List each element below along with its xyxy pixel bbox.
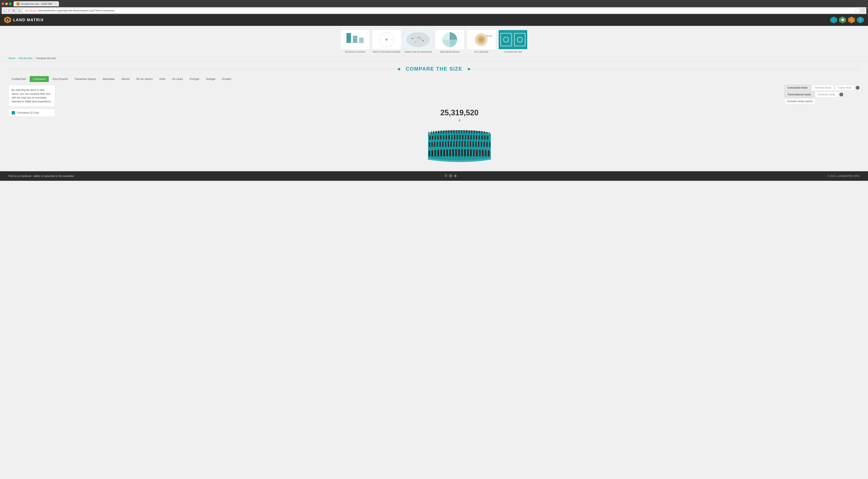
svg-rect-53 [466,130,467,133]
exclude-media-btn[interactable]: Exclude media reports [785,98,815,104]
tab-football-field[interactable]: Football field [8,76,29,82]
svg-rect-125 [479,150,480,156]
svg-rect-118 [458,149,460,156]
svg-rect-64 [432,136,433,140]
tab-nairobi[interactable]: Nairobi [118,76,133,82]
browser-tab[interactable]: Compare the size - LAND MAT ✕ [13,1,59,6]
footer-twitter-link[interactable]: twitter [33,175,40,178]
tab-favicon [17,2,20,5]
gallery-item-web[interactable]: Web of transnational deals [372,30,401,53]
svg-rect-57 [476,130,477,133]
svg-rect-122 [470,149,472,156]
reload-button[interactable]: ↻ [12,8,16,13]
gallery-item-compare[interactable]: Compare the size [499,30,527,53]
svg-rect-68 [443,135,444,140]
edit-icon[interactable]: ✏️ [848,17,855,23]
help-icon[interactable]: ? [857,17,864,23]
tab-close-button[interactable]: ✕ [54,3,56,5]
tab-tiananmen-square[interactable]: Tiananmen Square [71,76,99,82]
footer-facebook-link[interactable]: facebook [21,175,31,178]
svg-rect-99 [467,141,468,147]
svg-rect-40 [433,131,434,133]
svg-point-13 [385,38,388,41]
tab-rio-de-janeiro[interactable]: Rio de Janeiro [133,76,156,82]
svg-rect-114 [446,149,448,156]
gallery-thumb-web [372,30,401,49]
svg-rect-81 [479,135,480,140]
breadcrumb-home[interactable]: Home [8,57,15,60]
svg-rect-5 [359,37,364,43]
minimize-button[interactable] [5,3,8,5]
footer-subscribe-link[interactable]: subscribe to the newsletter [44,175,74,178]
svg-rect-111 [437,150,439,156]
svg-rect-66 [437,135,439,140]
colosseum-svg [426,127,493,165]
footer-copyright: © 2018, LANDMATRIX.ORG [827,175,860,178]
svg-rect-84 [487,136,488,140]
tab-giza-pyramid[interactable]: Giza Pyramid [49,76,71,82]
svg-rect-88 [437,142,438,147]
intended-deals-btn[interactable]: Intended deals [812,85,834,90]
title-line-right [473,69,860,69]
url-text: www.landmatrix.org/en/get-the-idea/compa… [38,9,115,12]
svg-rect-49 [456,130,457,133]
svg-rect-102 [475,141,476,147]
close-button[interactable] [2,3,4,5]
back-button[interactable]: ‹ [3,8,6,13]
fullscreen-button[interactable] [9,3,11,5]
colosseum-illustration [426,127,493,165]
visual-area: 25,319,520 x [426,106,493,167]
filter-section: Concluded deals Intended deals Failed de… [785,85,860,104]
tab-bar: Compare the size - LAND MAT ✕ [2,1,866,6]
header-icons: 🌐 💬 ✏️ ? [830,17,864,23]
svg-rect-38 [429,132,429,133]
prev-arrow[interactable]: ◀ [397,66,400,71]
address-bar[interactable]: Not Secure www.landmatrix.org/en/get-the… [22,8,860,13]
breadcrumb: Home › Get the idea › Compare the size [0,55,868,62]
gallery-item-map[interactable]: Global map of investments [404,30,433,53]
chat-icon[interactable]: 💬 [839,17,846,23]
tab-portugal[interactable]: Portugal [186,76,203,82]
logo-text: LAND MATRIX [13,18,44,22]
tab-senegal[interactable]: Senegal [203,76,218,82]
more-button[interactable]: ⋮ [861,9,865,13]
page-title-bar: ◀ COMPARE THE SIZE ▶ [8,66,860,72]
forward-button[interactable]: › [7,8,10,13]
tab-sri-lanka[interactable]: Sri Lanka [169,76,186,82]
svg-rect-107 [489,142,490,147]
svg-rect-75 [462,135,463,140]
svg-rect-126 [482,150,484,156]
svg-rect-62 [489,132,490,133]
tab-ecuador[interactable]: Ecuador [219,76,235,82]
gallery-item-dynamics[interactable]: Dynamics overview [341,30,369,53]
svg-rect-39 [431,131,432,133]
tab-colosseum[interactable]: Colosseum [30,76,49,82]
svg-rect-120 [464,149,466,156]
filter-info-icon[interactable]: i [856,86,860,90]
svg-rect-48 [454,130,454,133]
transnational-deals-btn[interactable]: Transnational deals [785,92,814,97]
svg-rect-100 [470,141,471,147]
tab-delhi[interactable]: Delhi [156,76,168,82]
svg-rect-95 [456,141,457,147]
svg-rect-80 [476,135,477,140]
gallery-item-bigdeal[interactable]: Ethiopia It's a big deal [467,30,496,53]
bookmark-icon[interactable]: ☆ [855,9,857,12]
gallery-item-agri[interactable]: Agricultural drivers [435,30,464,53]
tabs-row: Football field Colosseum Giza Pyramid Ti… [8,76,860,82]
browser-chrome: Compare the size - LAND MAT ✕ ‹ › ↻ ⌂ No… [0,0,868,14]
next-arrow[interactable]: ▶ [468,66,471,71]
svg-rect-106 [486,142,488,147]
globe-icon[interactable]: 🌐 [830,17,837,23]
tab-manhattan[interactable]: Manhattan [100,76,118,82]
breadcrumb-get-idea[interactable]: Get the idea [19,57,32,60]
tab-title: Compare the size - LAND MAT [21,3,53,5]
failed-deals-btn[interactable]: Failed deals [835,85,855,90]
gallery-label-dynamics: Dynamics overview [345,51,365,53]
home-button[interactable]: ⌂ [18,8,21,13]
filter-info-icon-2[interactable]: i [839,93,843,96]
domestic-deals-btn[interactable]: Domestic deals [815,92,838,97]
concluded-deals-btn[interactable]: Concluded deals [785,85,811,90]
svg-rect-124 [476,150,478,156]
svg-rect-72 [454,135,455,140]
